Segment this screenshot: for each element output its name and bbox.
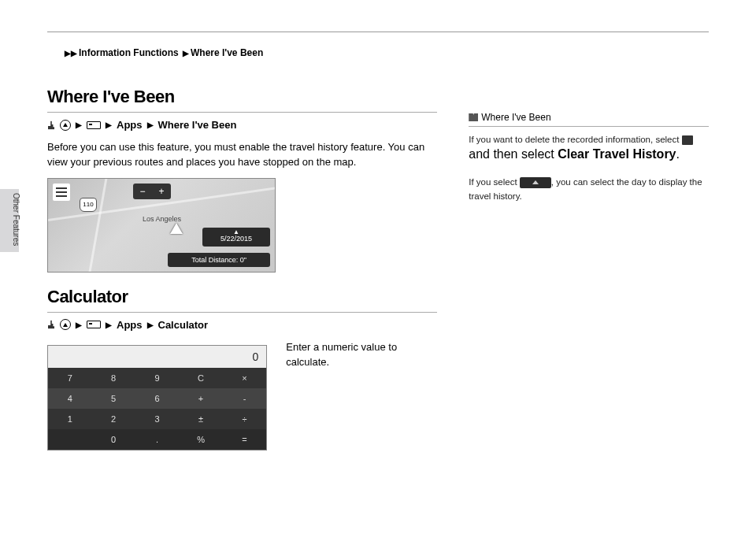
chevron-icon: ▶ [76,321,82,329]
divider [47,112,437,113]
map-date-box: ▲ 5/22/2015 [202,228,270,247]
calc-key: . [135,429,179,450]
sidebar-column: Where I've Been If you want to delete th… [469,79,709,451]
content: Where I've Been ▶ ▶ Apps ▶ Where I've Be… [47,79,709,451]
hamburger-icon [53,184,70,201]
calc-key: % [179,429,222,450]
nav-item: Where I've Been [158,119,237,131]
divider [47,312,437,313]
up-arrow-button-icon [520,177,551,188]
chevron-icon: ▶ [76,121,82,129]
section-title-calc: Calculator [47,287,437,307]
map-date: 5/22/2015 [207,235,265,243]
calc-key: ± [179,409,222,429]
section1-body: Before you can use this feature, you mus… [47,140,437,170]
sidenote-p1: If you want to delete the recorded infor… [469,133,709,147]
page: ▶▶Information Functions ▶Where I've Been… [0,32,756,534]
calc-key: 6 [135,388,179,409]
section2-body: Enter a numeric value to calculate. [286,340,437,370]
calc-key: = [223,429,266,450]
map-city-label: Los Angeles [143,215,181,223]
sidenote-p1a: If you want to delete the recorded infor… [469,135,679,144]
calc-key: 4 [48,388,91,409]
sidenote-title: Where I've Been [481,112,550,123]
zoom-control: −+ [133,184,171,199]
home-icon [60,120,71,131]
side-label: Other Features [12,193,20,246]
card-icon [87,321,101,328]
hamburger-icon [682,135,693,145]
calc-key: 8 [91,368,135,388]
main-column: Where I've Been ▶ ▶ Apps ▶ Where I've Be… [47,79,437,451]
route-shield: 110 [80,198,97,212]
card-icon [87,121,101,129]
calc-key [48,429,91,450]
chevron-icon: ▶ [106,121,112,129]
breadcrumb-l2: Where I've Been [191,47,263,58]
calc-key: 0 [91,429,135,450]
map-distance-box: Total Distance: 0" [168,253,270,267]
zoom-out-icon: − [133,184,152,199]
map-marker-icon [170,223,183,234]
calc-row: 0 789C×456+-123±÷0.%= Enter a numeric va… [47,340,437,451]
chevron-icon: ▶▶ [65,49,77,57]
calc-key: C [179,368,222,388]
sidenote-p1b: and then select [469,147,554,161]
hand-icon [48,121,54,129]
calc-display: 0 [48,346,266,368]
nav-apps: Apps [117,119,143,131]
calc-key: 2 [91,409,135,429]
calc-key: + [179,388,222,409]
calc-key: 9 [135,368,179,388]
hand-icon [48,321,54,329]
calc-key: 3 [135,409,179,429]
chevron-icon: ▶ [147,121,154,129]
calc-key: × [223,368,266,388]
sidenote-heading: Where I've Been [469,112,709,127]
sidenote-p1c: Clear Travel History [558,147,676,161]
chevron-icon: ▶ [106,321,112,329]
chevron-icon: ▶ [183,49,189,57]
book-icon [469,113,478,121]
sidenote-p2a: If you select [469,177,517,187]
nav-item: Calculator [158,319,209,331]
calculator-screenshot: 0 789C×456+-123±÷0.%= [47,345,267,451]
section-title-where: Where I've Been [47,87,437,107]
breadcrumb: ▶▶Information Functions ▶Where I've Been [63,47,263,58]
zoom-in-icon: + [152,184,171,199]
sidenote-p2: If you select , you can select the day t… [469,176,709,204]
calc-key: 7 [48,368,91,388]
calc-keypad: 789C×456+-123±÷0.%= [48,368,266,450]
chevron-icon: ▶ [147,321,154,329]
calc-key: ÷ [223,409,266,429]
nav-path-calc: ▶ ▶ Apps ▶ Calculator [47,319,437,331]
breadcrumb-l1: Information Functions [79,47,179,58]
calc-key: 5 [91,388,135,409]
nav-apps: Apps [117,319,143,331]
nav-path-where: ▶ ▶ Apps ▶ Where I've Been [47,119,437,131]
home-icon [60,319,71,330]
map-screenshot: −+ 110 Los Angeles ▲ 5/22/2015 Total Dis… [47,178,276,273]
header-divider [47,32,709,32]
calc-key: 1 [48,409,91,429]
calc-key: - [223,388,266,409]
